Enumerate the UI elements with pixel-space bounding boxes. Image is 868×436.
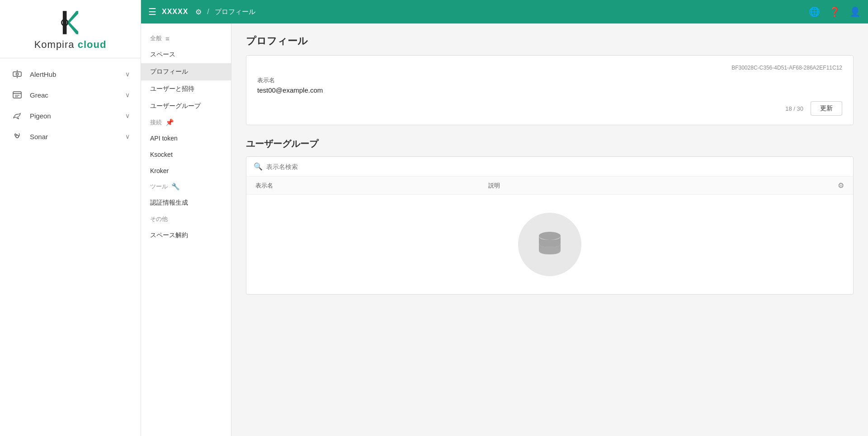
profile-uuid: BF30028C-C356-4D51-AF68-286A2EF11C12	[257, 65, 842, 71]
display-name-value: test00@example.com	[257, 86, 842, 94]
sec-item-users[interactable]: ユーザーと招待	[141, 80, 231, 98]
usergroup-card: 🔍 表示名 説明 ⚙	[246, 156, 854, 295]
svg-point-13	[539, 246, 561, 254]
main-content: プロフィール BF30028C-C356-4D51-AF68-286A2EF11…	[231, 23, 868, 436]
section-header-other: その他	[141, 211, 231, 227]
globe-icon[interactable]: 🌐	[809, 6, 820, 17]
secondary-sidebar: 全般 ≡ スペース プロフィール ユーザーと招待 ユーザーグループ 接続 📌 A…	[141, 23, 231, 436]
empty-state	[246, 195, 853, 294]
sonar-icon	[11, 131, 24, 141]
usergroup-title: ユーザーグループ	[246, 138, 854, 150]
section-header-tools: ツール 🔧	[141, 179, 231, 194]
sonar-chevron-icon: ∨	[125, 133, 130, 140]
sidebar-item-alerthub[interactable]: AlertHub ∨	[0, 64, 141, 84]
topbar-title: XXXXX	[162, 8, 188, 16]
topbar-subtitle: プロフィール	[215, 8, 255, 16]
database-icon	[534, 229, 566, 260]
page-title: プロフィール	[246, 34, 854, 48]
sidebar-item-pigeon-label: Pigeon	[30, 112, 119, 120]
sec-item-profile[interactable]: プロフィール	[141, 63, 231, 80]
display-name-label: 表示名	[257, 76, 842, 84]
sec-item-auth-gen[interactable]: 認証情報生成	[141, 194, 231, 211]
logo-area: Kompira cloud	[0, 0, 141, 58]
logo-text: Kompira cloud	[34, 39, 107, 51]
sec-item-kroker[interactable]: Kroker	[141, 163, 231, 179]
pin-icon: 📌	[165, 118, 174, 127]
table-header: 表示名 説明 ⚙	[246, 177, 853, 195]
topbar-gear-icon[interactable]: ⚙	[195, 8, 202, 16]
alerthub-chevron-icon: ∨	[125, 70, 130, 78]
empty-db-icon-container	[518, 213, 581, 276]
svg-rect-7	[13, 92, 21, 98]
logo-icon	[57, 9, 84, 36]
topbar-separator: /	[207, 8, 209, 16]
general-header-label: 全般	[150, 34, 162, 42]
svg-marker-1	[66, 11, 78, 34]
pigeon-chevron-icon: ∨	[125, 112, 130, 119]
user-icon[interactable]: 👤	[849, 6, 861, 17]
profile-card: BF30028C-C356-4D51-AF68-286A2EF11C12 表示名…	[246, 55, 854, 125]
settings-gear-icon[interactable]: ⚙	[838, 181, 844, 190]
section-header-connection: 接続 📌	[141, 115, 231, 130]
sidebar-item-pigeon[interactable]: Pigeon ∨	[0, 105, 141, 126]
profile-footer: 18 / 30 更新	[257, 101, 842, 116]
svg-point-4	[16, 73, 19, 75]
greac-icon	[11, 90, 24, 100]
list-icon: ≡	[165, 35, 170, 42]
sidebar-item-sonar-label: Sonar	[30, 133, 119, 141]
svg-rect-3	[13, 72, 21, 76]
sidebar-item-sonar[interactable]: Sonar ∨	[0, 126, 141, 147]
topbar-right: 🌐 ❓ 👤	[809, 6, 861, 17]
sidebar-item-greac[interactable]: Greac ∨	[0, 84, 141, 105]
connection-header-label: 接続	[150, 118, 162, 127]
svg-point-12	[539, 232, 561, 240]
search-input[interactable]	[266, 163, 846, 170]
sec-item-api-token[interactable]: API token	[141, 130, 231, 146]
sec-item-ksocket[interactable]: Ksocket	[141, 146, 231, 163]
wrench-icon: 🔧	[171, 183, 180, 191]
pigeon-icon	[11, 111, 24, 121]
search-icon: 🔍	[254, 162, 263, 171]
greac-chevron-icon: ∨	[125, 91, 130, 98]
sec-item-cancel-space[interactable]: スペース解約	[141, 227, 231, 244]
sec-item-space[interactable]: スペース	[141, 46, 231, 63]
col-name-header: 表示名	[255, 182, 488, 190]
help-icon[interactable]: ❓	[829, 6, 840, 17]
sidebar-nav: AlertHub ∨ Greac ∨ Pigeon	[0, 58, 141, 152]
search-bar: 🔍	[246, 157, 853, 177]
sidebar: Kompira cloud AlertHub ∨	[0, 0, 141, 436]
alerthub-icon	[11, 69, 24, 79]
sec-item-usergroups[interactable]: ユーザーグループ	[141, 98, 231, 115]
sidebar-item-alerthub-label: AlertHub	[30, 70, 119, 78]
svg-rect-0	[62, 11, 66, 34]
update-button[interactable]: 更新	[811, 101, 842, 116]
col-desc-header: 説明	[488, 182, 838, 190]
content-wrapper: 全般 ≡ スペース プロフィール ユーザーと招待 ユーザーグループ 接続 📌 A…	[141, 23, 868, 436]
section-header-general: 全般 ≡	[141, 31, 231, 46]
other-header-label: その他	[150, 215, 168, 223]
char-count: 18 / 30	[785, 105, 803, 112]
sidebar-item-greac-label: Greac	[30, 91, 119, 99]
tools-header-label: ツール	[150, 183, 168, 191]
menu-icon[interactable]: ☰	[148, 6, 156, 17]
topbar: ☰ XXXXX ⚙ / プロフィール 🌐 ❓ 👤	[141, 0, 868, 23]
svg-point-11	[16, 135, 19, 138]
